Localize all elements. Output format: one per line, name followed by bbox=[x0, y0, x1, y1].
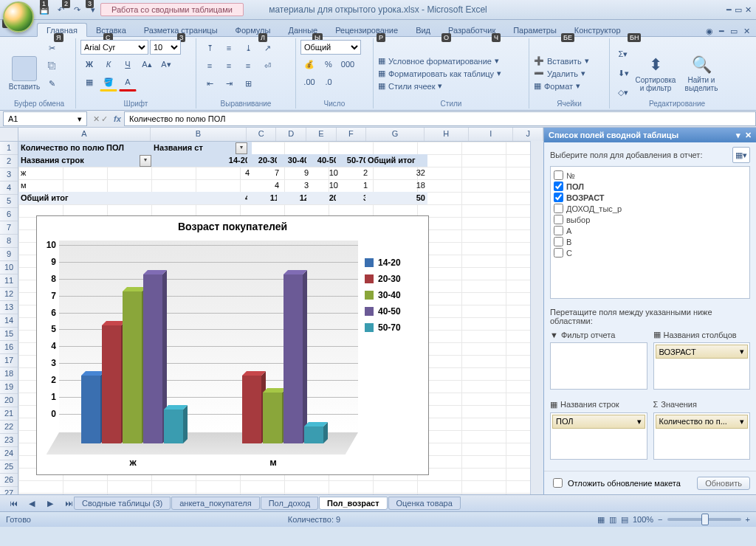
row-header-12[interactable]: 12 bbox=[0, 288, 18, 301]
doc-close-icon[interactable]: ✕ bbox=[743, 27, 750, 36]
row-header-20[interactable]: 20 bbox=[0, 394, 18, 407]
sheet-tab[interactable]: Пол_доход bbox=[261, 497, 318, 510]
orientation-icon[interactable]: ↗ bbox=[258, 40, 276, 56]
sheet-tab[interactable]: анкета_покупателя bbox=[171, 497, 259, 510]
row-header-11[interactable]: 11 bbox=[0, 274, 18, 288]
row-header-6[interactable]: 6 bbox=[0, 208, 18, 221]
row-header-3[interactable]: 3 bbox=[0, 168, 18, 182]
legend-item[interactable]: 14-20 bbox=[365, 258, 425, 268]
align-right-icon[interactable]: ≡ bbox=[239, 58, 257, 74]
col-header-F[interactable]: F bbox=[337, 128, 367, 141]
field-C[interactable]: C bbox=[554, 247, 746, 258]
cell[interactable]: 32 bbox=[365, 167, 427, 179]
bar[interactable] bbox=[123, 291, 142, 443]
format-table-button[interactable]: ▦ Форматировать как таблицу ▾ bbox=[378, 69, 524, 78]
row-header-17[interactable]: 17 bbox=[0, 354, 18, 367]
col-header-I[interactable]: I bbox=[469, 128, 513, 141]
field-list[interactable]: №ПОЛВОЗРАСТДОХОД_тыс_рвыборABC bbox=[550, 166, 750, 299]
merge-icon[interactable]: ⊞ bbox=[239, 75, 257, 91]
bar[interactable] bbox=[102, 325, 121, 443]
help-icon[interactable]: ◉ bbox=[706, 27, 713, 36]
row-header-10[interactable]: 10 bbox=[0, 261, 18, 274]
ribbon-minimize-icon[interactable]: ━ bbox=[719, 27, 724, 36]
area-filter-box[interactable] bbox=[550, 342, 647, 390]
copy-icon[interactable]: ⿻ bbox=[43, 58, 61, 74]
row-header-14[interactable]: 14 bbox=[0, 314, 18, 328]
shrink-font-icon[interactable]: A▾ bbox=[157, 56, 175, 72]
row-header-8[interactable]: 8 bbox=[0, 235, 18, 248]
sheet-tab[interactable]: Оценка товара bbox=[388, 497, 461, 510]
sheet-tab[interactable]: Сводные таблицы (3) bbox=[74, 497, 171, 510]
cell[interactable]: Количество по полю ПОЛ bbox=[18, 142, 156, 154]
view-layout-icon[interactable]: ▥ bbox=[609, 515, 616, 525]
font-color-icon[interactable]: A bbox=[119, 74, 137, 91]
cells-grid[interactable]: Количество по полю ПОЛНазвания стНазвани… bbox=[18, 142, 543, 494]
align-top-icon[interactable]: ⤒ bbox=[201, 40, 219, 56]
pivot-dropdown[interactable]: ▾ bbox=[236, 142, 247, 154]
area-item-cols[interactable]: ВОЗРАСТ▾ bbox=[656, 345, 749, 359]
align-center-icon[interactable]: ≡ bbox=[220, 58, 238, 74]
paste-button[interactable]: Вставить bbox=[7, 40, 41, 107]
row-header-18[interactable]: 18 bbox=[0, 367, 18, 381]
font-name-combo[interactable]: Arial Cyr bbox=[80, 40, 148, 55]
dec-indent-icon[interactable]: ⇤ bbox=[201, 75, 219, 91]
bar[interactable] bbox=[164, 410, 183, 443]
row-header-25[interactable]: 25 bbox=[0, 460, 18, 474]
italic-button[interactable]: К bbox=[100, 56, 117, 72]
bar[interactable] bbox=[242, 376, 261, 443]
cell[interactable]: Общий итог bbox=[18, 192, 156, 204]
cell[interactable]: 4 bbox=[151, 167, 252, 179]
sort-filter-button[interactable]: ⬍ Сортировка и фильтр bbox=[633, 40, 678, 107]
col-header-E[interactable]: E bbox=[306, 128, 337, 141]
pane-options-icon[interactable]: ▾ bbox=[736, 131, 740, 140]
wrap-text-icon[interactable]: ⏎ bbox=[258, 58, 276, 74]
zoom-in-icon[interactable]: + bbox=[746, 515, 750, 524]
pane-close-icon[interactable]: ✕ bbox=[745, 131, 752, 140]
legend-item[interactable]: 30-40 bbox=[365, 290, 425, 300]
area-item-vals[interactable]: Количество по п...▾ bbox=[656, 415, 749, 429]
row-header-21[interactable]: 21 bbox=[0, 407, 18, 421]
row-header-15[interactable]: 15 bbox=[0, 328, 18, 341]
area-rows-box[interactable]: ПОЛ▾ bbox=[550, 412, 647, 460]
tab-view[interactable]: Вид bbox=[407, 24, 439, 36]
name-box[interactable]: A1▾ bbox=[3, 111, 87, 126]
row-header-24[interactable]: 24 bbox=[0, 447, 18, 460]
col-header-H[interactable]: H bbox=[425, 128, 469, 141]
cell[interactable]: 14-20 bbox=[151, 154, 252, 167]
col-header-B[interactable]: B bbox=[151, 128, 247, 141]
bar[interactable] bbox=[263, 393, 282, 443]
row-header-26[interactable]: 26 bbox=[0, 474, 18, 487]
row-header-23[interactable]: 23 bbox=[0, 434, 18, 447]
pivot-dropdown[interactable]: ▾ bbox=[140, 155, 151, 167]
clear-icon[interactable]: ◇▾ bbox=[614, 85, 632, 101]
row-header-9[interactable]: 9 bbox=[0, 248, 18, 261]
close-icon[interactable]: ✕ bbox=[745, 5, 752, 15]
field-ДОХОД_тыс_р[interactable]: ДОХОД_тыс_р bbox=[554, 203, 746, 214]
vertical-scrollbar[interactable] bbox=[530, 141, 543, 494]
sheet-tab[interactable]: Пол_возраст bbox=[319, 497, 387, 510]
cond-format-button[interactable]: ▦ Условное форматирование ▾ bbox=[378, 56, 524, 66]
bold-button[interactable]: Ж bbox=[80, 56, 98, 72]
cell[interactable]: Общий итог bbox=[365, 154, 427, 167]
bar[interactable] bbox=[143, 274, 162, 443]
tab-formulas[interactable]: Формулы bbox=[227, 24, 280, 36]
cancel-formula-icon[interactable]: ✕ bbox=[93, 114, 100, 124]
format-painter-icon[interactable]: ✎ bbox=[43, 75, 61, 91]
tab-next-icon[interactable]: ▶ bbox=[41, 495, 59, 511]
grow-font-icon[interactable]: A▴ bbox=[138, 56, 156, 72]
maximize-icon[interactable]: ▭ bbox=[735, 5, 742, 15]
legend-item[interactable]: 20-30 bbox=[365, 274, 425, 284]
accept-formula-icon[interactable]: ✓ bbox=[101, 114, 108, 124]
zoom-slider[interactable] bbox=[667, 518, 741, 521]
comma-icon[interactable]: 000 bbox=[339, 56, 357, 72]
row-header-13[interactable]: 13 bbox=[0, 301, 18, 314]
row-header-22[interactable]: 22 bbox=[0, 421, 18, 434]
currency-icon[interactable]: 💰 bbox=[300, 56, 318, 72]
align-left-icon[interactable]: ≡ bbox=[201, 58, 219, 74]
row-header-7[interactable]: 7 bbox=[0, 221, 18, 235]
tab-prev-icon[interactable]: ◀ bbox=[23, 495, 41, 511]
field-A[interactable]: A bbox=[554, 225, 746, 236]
dec-decimal-icon[interactable]: .0 bbox=[320, 74, 337, 90]
cells-delete-button[interactable]: ➖ Удалить ▾ bbox=[534, 69, 605, 78]
view-normal-icon[interactable]: ▦ bbox=[597, 515, 605, 525]
